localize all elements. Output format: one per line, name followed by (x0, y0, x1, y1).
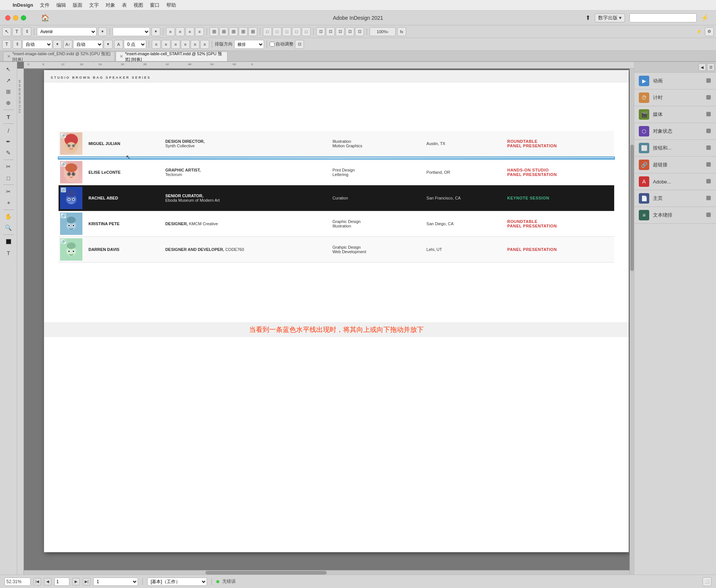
font-style-select[interactable] (113, 27, 150, 36)
transform-btn-3[interactable]: ⊡ (336, 27, 345, 36)
menu-help[interactable]: 帮助 (166, 2, 176, 9)
type-mode-btn[interactable]: T (12, 27, 21, 36)
panel-media[interactable]: 🎬 媒体 (634, 106, 716, 123)
right-icon[interactable]: ⚡ (696, 29, 702, 34)
para-justify-all-btn[interactable]: ≡ (191, 40, 200, 49)
menu-file[interactable]: 文件 (40, 2, 50, 9)
line-tool-btn[interactable]: / (3, 125, 15, 136)
direction-select[interactable]: 横排 (234, 40, 264, 49)
tab-2-close[interactable]: ✕ (120, 54, 123, 59)
selection-mode-btn[interactable]: ↖ (2, 27, 11, 36)
shape-btn-3[interactable]: □ (282, 27, 291, 36)
cut-btn[interactable]: ✂ (3, 186, 15, 197)
rect-frame-btn[interactable]: □ (3, 173, 15, 183)
maximize-button[interactable] (21, 15, 26, 21)
para-right-btn[interactable]: ≡ (171, 40, 180, 49)
scroll-thumb-h[interactable] (205, 571, 327, 575)
search-input[interactable] (629, 13, 697, 22)
canvas-area[interactable]: 0 6 12 18 24 30 36 42 48 54 60 6 0 6 12 … (17, 62, 634, 575)
gap-tool-btn[interactable]: ⊕ (3, 98, 15, 108)
size-select[interactable]: 自动 (22, 40, 52, 49)
style-dropdown-btn[interactable]: ▾ (151, 27, 160, 36)
panel-hyperlinks[interactable]: 🔗 超链接 (634, 157, 716, 173)
scrollbar-vertical[interactable] (629, 69, 634, 575)
next-spread-btn[interactable]: ▶| (83, 578, 90, 585)
grid-btn-1[interactable]: ⊞ (210, 27, 219, 36)
menu-edit[interactable]: 编辑 (56, 2, 66, 9)
spacing-stepper[interactable]: ⇕ (22, 27, 31, 36)
grid-btn-2[interactable]: ⊞ (219, 27, 228, 36)
text-color-btn[interactable]: T (3, 248, 15, 258)
hand-tool-btn[interactable]: ✋ (3, 211, 15, 222)
page-tool-btn[interactable]: ⊞ (3, 87, 15, 97)
grid-btn-4[interactable]: ⊞ (239, 27, 248, 36)
points-btn[interactable]: A (114, 40, 123, 49)
para-left-btn[interactable]: ≡ (152, 40, 161, 49)
scissor-tool-btn[interactable]: ✂ (3, 161, 15, 172)
panel-buttons[interactable]: ⬜ 按钮和... (634, 140, 716, 157)
lightning-icon[interactable]: ⚡ (701, 14, 709, 21)
tab-1-close[interactable]: ✕ (7, 54, 10, 59)
size-stepper[interactable]: ⇕ (13, 40, 22, 49)
shape-btn-1[interactable]: □ (263, 27, 272, 36)
align-left-btn[interactable]: ≡ (166, 27, 175, 36)
pen-tool-btn[interactable]: ✒ (3, 136, 15, 147)
transform-btn-2[interactable]: ⊡ (326, 27, 335, 36)
menu-text[interactable]: 文字 (89, 2, 99, 9)
scale-btn[interactable]: A↑ (63, 40, 72, 49)
page-input[interactable] (54, 578, 69, 586)
shape-btn-4[interactable]: □ (292, 27, 301, 36)
menu-table[interactable]: 表 (122, 2, 127, 9)
para-center-btn[interactable]: ≡ (161, 40, 170, 49)
scale-select[interactable]: 自动 (73, 40, 103, 49)
fill-btn[interactable] (3, 236, 15, 247)
points-select[interactable]: 0 点 (124, 40, 146, 49)
auto-adjust-checkbox[interactable] (270, 42, 274, 47)
shape-btn-5[interactable]: □ (302, 27, 311, 36)
export-button[interactable]: 数字出版 ▾ (595, 13, 625, 22)
zoom-select[interactable]: 52.31% (4, 578, 31, 586)
para-justify-btn[interactable]: ≡ (181, 40, 190, 49)
grid-btn-3[interactable]: ⊞ (229, 27, 238, 36)
font-dropdown-btn[interactable]: ▾ (98, 27, 107, 36)
share-icon[interactable]: ⬆ (585, 14, 590, 21)
prev-page-btn[interactable]: ◀ (44, 578, 51, 585)
extra-btn[interactable]: fx (397, 27, 406, 36)
zoom-display[interactable]: 100% › (370, 27, 396, 36)
pencil-tool-btn[interactable]: ✎ (3, 148, 15, 158)
align-right-btn[interactable]: ≡ (185, 27, 194, 36)
panel-timing[interactable]: ⏱ 计时 (634, 89, 716, 106)
settings-btn[interactable]: ⚙ (705, 27, 714, 36)
menu-object[interactable]: 对象 (106, 2, 115, 9)
transform-btn-1[interactable]: ⊡ (316, 27, 325, 36)
panel-adobe[interactable]: A Adobe... (634, 173, 716, 190)
align-justify-btn[interactable]: ≡ (195, 27, 204, 36)
type-btn[interactable]: T (2, 40, 11, 49)
next-page-btn[interactable]: ▶ (72, 578, 80, 585)
align-center-btn[interactable]: ≡ (176, 27, 185, 36)
adjust-settings-btn[interactable]: ⊡ (295, 40, 304, 49)
menu-window[interactable]: 窗口 (150, 2, 160, 9)
transform-btn-5[interactable]: ⊡ (355, 27, 364, 36)
status-expand-btn[interactable]: ⬜ (703, 577, 712, 586)
home-icon[interactable]: 🏠 (41, 14, 49, 22)
zoom-tool-btn[interactable]: 🔍 (3, 223, 15, 233)
type-tool-btn[interactable]: T (3, 111, 15, 122)
panel-text-wrap[interactable]: ≡ 文本绕排 (634, 207, 716, 224)
scroll-thumb-v[interactable] (630, 145, 634, 271)
menu-layout[interactable]: 版面 (73, 2, 82, 9)
scrollbar-horizontal[interactable] (24, 570, 629, 575)
shape-btn-2[interactable]: □ (273, 27, 282, 36)
transform-btn[interactable]: ⌖ (3, 198, 15, 208)
font-select[interactable]: Avenir (37, 27, 97, 36)
tab-2[interactable]: ✕ *insert-image-table-cell_START.indd @ … (116, 51, 227, 61)
prev-spread-btn[interactable]: |◀ (34, 578, 41, 585)
size-dropdown[interactable]: ▾ (53, 40, 62, 49)
direct-selection-btn[interactable]: ↗ (3, 75, 15, 86)
transform-btn-4[interactable]: ⊡ (345, 27, 354, 36)
page-select-dropdown[interactable]: 1 (93, 578, 138, 586)
menu-view[interactable]: 视图 (134, 2, 143, 9)
panel-object-states[interactable]: ⬡ 对象状态 (634, 123, 716, 140)
app-name[interactable]: InDesign (13, 2, 33, 8)
panel-expand-btn[interactable]: ☰ (707, 63, 715, 71)
